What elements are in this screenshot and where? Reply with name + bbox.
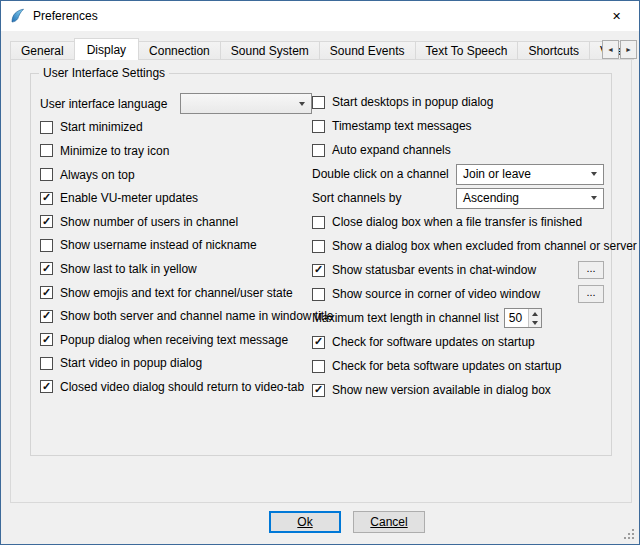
checkbox-check-updates[interactable]: Check for software updates on startup xyxy=(312,330,604,354)
checkbox[interactable] xyxy=(312,216,325,229)
checkbox-close-on-transfer[interactable]: Close dialog box when a file transfer is… xyxy=(312,210,604,234)
checkbox[interactable] xyxy=(312,384,325,397)
checkbox[interactable] xyxy=(40,310,53,323)
checkbox-always-on-top[interactable]: Always on top xyxy=(40,163,312,187)
close-button[interactable]: ✕ xyxy=(594,2,639,31)
checkbox-start-minimized[interactable]: Start minimized xyxy=(40,116,312,140)
checkbox[interactable] xyxy=(40,357,53,370)
chevron-down-icon xyxy=(591,196,597,200)
checkbox[interactable] xyxy=(40,239,53,252)
sort-channels-label: Sort channels by xyxy=(312,191,401,205)
double-click-label: Double click on a channel xyxy=(312,167,449,181)
checkbox-auto-expand[interactable]: Auto expand channels xyxy=(312,138,604,162)
max-text-length-row: Maximum text length in channel list 50 xyxy=(312,306,604,330)
max-text-length-spinner[interactable]: 50 xyxy=(504,308,542,328)
spinner-value: 50 xyxy=(505,309,528,327)
title-bar[interactable]: Preferences ✕ xyxy=(1,1,639,31)
checkbox-show-emojis[interactable]: Show emojis and text for channel/user st… xyxy=(40,281,312,305)
checkbox-popup-text-message[interactable]: Popup dialog when receiving text message xyxy=(40,328,312,352)
double-click-row: Double click on a channel Join or leave xyxy=(312,162,604,186)
checkbox[interactable] xyxy=(40,262,53,275)
tab-connection[interactable]: Connection xyxy=(138,41,221,60)
tab-scroll-buttons: ◄ ► xyxy=(601,40,637,59)
video-source-row: Show source in corner of video window ..… xyxy=(312,282,604,306)
double-click-select[interactable]: Join or leave xyxy=(456,164,604,185)
language-row: User interface language xyxy=(40,92,312,116)
checkbox[interactable] xyxy=(312,360,325,373)
sort-channels-value: Ascending xyxy=(463,191,519,205)
resize-grip-icon[interactable] xyxy=(624,529,636,541)
checkbox-new-version-dialog[interactable]: Show new version available in dialog box xyxy=(312,378,604,402)
checkbox-minimize-to-tray[interactable]: Minimize to tray icon xyxy=(40,139,312,163)
checkbox-vu-meter[interactable]: Enable VU-meter updates xyxy=(40,186,312,210)
tab-shortcuts[interactable]: Shortcuts xyxy=(517,41,590,60)
ok-button[interactable]: Ok xyxy=(269,511,341,533)
checkbox[interactable] xyxy=(312,240,325,253)
ui-settings-group: User Interface Settings User interface l… xyxy=(30,73,612,456)
double-click-value: Join or leave xyxy=(463,167,531,181)
tab-sound-events[interactable]: Sound Events xyxy=(319,41,416,60)
checkbox-excluded-dialog[interactable]: Show a dialog box when excluded from cha… xyxy=(312,234,604,258)
checkbox[interactable] xyxy=(40,168,53,181)
checkbox-video-popup[interactable]: Start video in popup dialog xyxy=(40,352,312,376)
window-title: Preferences xyxy=(33,9,98,23)
sort-channels-row: Sort channels by Ascending xyxy=(312,186,604,210)
close-icon: ✕ xyxy=(612,10,621,23)
right-column: Start desktops in popup dialog Timestamp… xyxy=(312,90,604,402)
app-logo-icon xyxy=(10,8,26,24)
checkbox-timestamp-messages[interactable]: Timestamp text messages xyxy=(312,114,604,138)
max-text-length-label: Maximum text length in channel list xyxy=(312,311,499,325)
checkbox[interactable] xyxy=(40,144,53,157)
checkbox-show-user-count[interactable]: Show number of users in channel xyxy=(40,210,312,234)
spinner-buttons xyxy=(528,309,541,327)
cancel-button[interactable]: Cancel xyxy=(353,511,425,533)
checkbox-last-talk-yellow[interactable]: Show last to talk in yellow xyxy=(40,257,312,281)
checkbox-show-username[interactable]: Show username instead of nickname xyxy=(40,234,312,258)
tab-strip: General Display Connection Sound System … xyxy=(10,38,634,60)
checkbox[interactable] xyxy=(312,96,325,109)
language-label: User interface language xyxy=(40,97,167,111)
video-source-more-button[interactable]: ... xyxy=(578,285,604,303)
chevron-down-icon xyxy=(299,102,305,106)
group-title: User Interface Settings xyxy=(39,66,169,80)
spin-up-icon[interactable] xyxy=(529,309,541,318)
checkbox[interactable] xyxy=(40,215,53,228)
tab-scroll-right-icon[interactable]: ► xyxy=(620,40,637,59)
checkbox[interactable] xyxy=(40,192,53,205)
checkbox[interactable] xyxy=(312,336,325,349)
tab-general[interactable]: General xyxy=(10,41,75,60)
tab-scroll-left-icon[interactable]: ◄ xyxy=(602,40,619,59)
tab-display[interactable]: Display xyxy=(74,38,139,60)
left-column: User interface language Start minimized … xyxy=(40,92,312,399)
checkbox[interactable] xyxy=(40,380,53,393)
language-select[interactable] xyxy=(180,93,312,114)
sort-channels-select[interactable]: Ascending xyxy=(456,188,604,209)
checkbox[interactable] xyxy=(312,288,325,301)
checkbox[interactable] xyxy=(40,333,53,346)
checkbox[interactable] xyxy=(312,144,325,157)
checkbox[interactable] xyxy=(40,121,53,134)
checkbox[interactable] xyxy=(40,286,53,299)
dialog-buttons: Ok Cancel xyxy=(28,511,640,533)
statusbar-events-more-button[interactable]: ... xyxy=(578,261,604,279)
checkbox-closed-video-return[interactable]: Closed video dialog should return to vid… xyxy=(40,375,312,399)
checkbox-desktops-popup[interactable]: Start desktops in popup dialog xyxy=(312,90,604,114)
tab-text-to-speech[interactable]: Text To Speech xyxy=(415,41,519,60)
statusbar-events-row: Show statusbar events in chat-window ... xyxy=(312,258,604,282)
spin-down-icon[interactable] xyxy=(529,318,541,327)
preferences-dialog: Preferences ✕ General Display Connection… xyxy=(0,0,640,545)
checkbox-server-channel-title[interactable]: Show both server and channel name in win… xyxy=(40,304,312,328)
checkbox[interactable] xyxy=(312,264,325,277)
checkbox[interactable] xyxy=(312,120,325,133)
tab-sound-system[interactable]: Sound System xyxy=(220,41,320,60)
checkbox-check-beta-updates[interactable]: Check for beta software updates on start… xyxy=(312,354,604,378)
chevron-down-icon xyxy=(591,172,597,176)
display-tab-pane: User Interface Settings User interface l… xyxy=(10,59,632,503)
